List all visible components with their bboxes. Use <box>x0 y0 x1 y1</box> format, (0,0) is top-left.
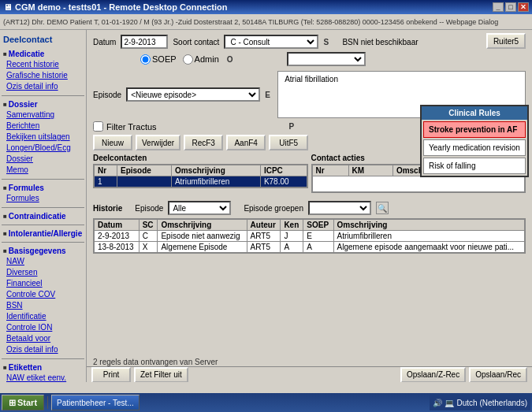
episode-groepen-select[interactable] <box>308 201 371 215</box>
col-letter-s: S <box>323 38 331 46</box>
aanf4-button[interactable]: AanF4 <box>226 135 266 150</box>
episode-hist-select[interactable]: Alle <box>168 201 231 215</box>
historie-section: Historie Episode Alle Episode groepen 🔍 … <box>87 199 532 258</box>
clinical-rule-item[interactable]: Risk of falling <box>423 158 526 174</box>
recf3-button[interactable]: RecF3 <box>184 135 223 150</box>
contact-acties-body <box>312 176 525 192</box>
radio-soep-input[interactable] <box>140 54 151 65</box>
bullet-icon-2: ■ <box>3 101 7 108</box>
col-omschrijving: Omschrijving <box>171 165 260 176</box>
divider-1 <box>2 95 84 96</box>
clinical-rule-item[interactable]: Stroke prevention in AF <box>423 121 526 138</box>
uitf5-button[interactable]: UitF5 <box>269 135 308 150</box>
bullet-icon-5: ■ <box>3 230 7 237</box>
table-row[interactable]: 13-8-2013XAlgemene EpisodeART5AAAlgemene… <box>95 242 525 253</box>
sidebar-dossier-label: Dossier <box>9 100 38 109</box>
sidebar-link-naw-etiket[interactable]: NAW etiket eenv. <box>2 373 84 382</box>
minimize-button[interactable]: _ <box>493 2 504 12</box>
form-row-2: SOEP Admin O <box>93 52 526 66</box>
filter-button[interactable]: Zet Filter uit <box>134 367 188 383</box>
sidebar-header-etiketten[interactable]: ■ Etiketten <box>2 362 84 373</box>
sidebar-header-formules[interactable]: ■ Formules <box>2 183 84 193</box>
divider-2 <box>2 179 84 180</box>
sidebar-link-samenvatting[interactable]: Samenvatting <box>2 109 84 121</box>
bsn-select[interactable] <box>287 52 366 66</box>
sidebar-header-contra[interactable]: ■ Contraindicatie <box>2 211 84 221</box>
deelcontacten-table-container: Nr Episode Omschrijving ICPC 1Atriumfibr… <box>93 164 308 188</box>
status-text: 2 regels data ontvangen van Server <box>93 358 218 366</box>
clinical-rules-title: Clinical Rules <box>422 106 527 120</box>
sidebar-link-controle-cov[interactable]: Controle COV <box>2 289 84 300</box>
sidebar-section-deelcontact: Deelcontact <box>2 33 84 46</box>
taskbar-lang: Dutch (Netherlands) <box>457 399 527 407</box>
sidebar-link-betaald[interactable]: Betaald voor <box>2 333 84 344</box>
taskbar-right: 🔊 💻 Dutch (Netherlands) <box>430 395 530 410</box>
hist-col-auteur: Auteur <box>247 220 281 231</box>
nieuw-button[interactable]: Nieuw <box>93 135 132 150</box>
atrial-fib-text: Atrial fibrillation <box>285 75 338 84</box>
col-letter-e: E <box>265 91 273 99</box>
sidebar-link-grafische-historie[interactable]: Grafische historie <box>2 70 84 81</box>
print-button[interactable]: Print <box>91 367 131 383</box>
start-button[interactable]: ⊞ Start <box>2 395 44 410</box>
title-bar-text: CGM demo - testts01 - Remote Desktop Con… <box>15 2 228 12</box>
sidebar-contra-label: Contraindicatie <box>9 212 66 221</box>
verwijder-button[interactable]: Verwijder <box>136 135 180 150</box>
clinical-rule-item[interactable]: Yearly medication revision <box>423 139 526 156</box>
sidebar-link-naw[interactable]: NAW <box>2 256 84 267</box>
radio-admin-label: Admin <box>195 54 219 64</box>
filter-tractus-checkbox[interactable] <box>93 121 103 132</box>
radio-soep: SOEP <box>140 54 177 65</box>
sidebar-link-formules[interactable]: Formules <box>2 193 84 204</box>
table-row[interactable]: 2-9-2013CEpisode niet aanwezigART5JEAtri… <box>95 231 525 242</box>
sidebar-header-dossier[interactable]: ■ Dossier <box>2 99 84 109</box>
radio-admin-input[interactable] <box>183 54 193 65</box>
sidebar-header-intol[interactable]: ■ Intolerantie/Allergie <box>2 228 84 239</box>
sidebar-link-diversen[interactable]: Diversen <box>2 267 84 278</box>
opslaan-rec-button[interactable]: Opslaan/Rec <box>469 367 527 383</box>
contact-acties-empty-row <box>312 176 525 192</box>
episode-label: Episode <box>93 91 121 99</box>
sidebar-header-medicatie[interactable]: ■ Medicatie <box>2 49 84 59</box>
table-row[interactable]: 1AtriumfibrillerenK78.00 <box>95 176 307 187</box>
sidebar-link-controle-ion[interactable]: Controle ION <box>2 322 84 333</box>
filter-tractus-label: Filter Tractus <box>106 122 157 132</box>
opslaan-zrec-button[interactable]: Opslaan/Z-Rec <box>400 367 466 383</box>
close-button[interactable]: ✕ <box>518 2 529 12</box>
episode-select[interactable]: <Nieuwe episode> <box>126 87 260 102</box>
sidebar-link-memo[interactable]: Memo <box>2 165 84 176</box>
bottom-bar: Print Zet Filter uit Opslaan/Z-Rec Opsla… <box>87 366 532 382</box>
hist-col-soep: SOEP <box>303 220 333 231</box>
app-icon: 🖥 <box>3 2 12 12</box>
sidebar-link-financieel[interactable]: Financieel <box>2 278 84 289</box>
content-area: Ruiter5 Datum Soort contact C - Consult … <box>87 30 532 382</box>
sidebar-link-berichten[interactable]: Berichten <box>2 121 84 132</box>
deelcontacten-title: Deelcontacten <box>93 154 308 162</box>
datum-input[interactable] <box>121 35 168 49</box>
taskbar-item-patientbeheer[interactable]: Patientbeheer - Test... <box>51 395 140 410</box>
sidebar-section-medicatie: ■ Medicatie Recent historie Grafische hi… <box>2 49 84 92</box>
maximize-button[interactable]: □ <box>505 2 516 12</box>
sidebar-link-ozis-detail[interactable]: Ozis detail info <box>2 81 84 92</box>
soort-contact-select[interactable]: C - Consult <box>224 35 318 49</box>
historie-table-container: Datum SC Omschrijving Auteur Ken SOEP Om… <box>93 218 526 254</box>
taskbar: ⊞ Start Patientbeheer - Test... 🔊 💻 Dutc… <box>0 393 532 412</box>
radio-soep-label: SOEP <box>152 54 177 64</box>
ruiter-button[interactable]: Ruiter5 <box>486 33 526 49</box>
bullet-icon-6: ■ <box>3 247 7 254</box>
sidebar-link-recent-historie[interactable]: Recent historie <box>2 59 84 70</box>
sidebar-header-basis[interactable]: ■ Basisgegevens <box>2 246 84 256</box>
sidebar-link-longen[interactable]: Longen/Bloed/Ecg <box>2 143 84 154</box>
episode-groepen-label: Episode groepen <box>244 204 303 213</box>
sidebar-link-dossier[interactable]: Dossier <box>2 154 84 165</box>
search-icon-button[interactable]: 🔍 <box>376 202 389 214</box>
sidebar-link-ozis2[interactable]: Ozis detail info <box>2 344 84 355</box>
sidebar-link-identificatie[interactable]: Identificatie <box>2 311 84 322</box>
sidebar-link-bsn[interactable]: BSN <box>2 300 84 311</box>
sidebar-link-bekijken[interactable]: Bekijken uitslagen <box>2 132 84 143</box>
start-label: Start <box>17 398 37 407</box>
hist-col-omschrijving2: Omschrijving <box>333 220 524 231</box>
col-letter-p: P <box>289 122 297 131</box>
historie-controls-row: Historie Episode Alle Episode groepen 🔍 <box>93 201 526 215</box>
bsn-label: BSN niet beschikbaar <box>342 38 418 46</box>
